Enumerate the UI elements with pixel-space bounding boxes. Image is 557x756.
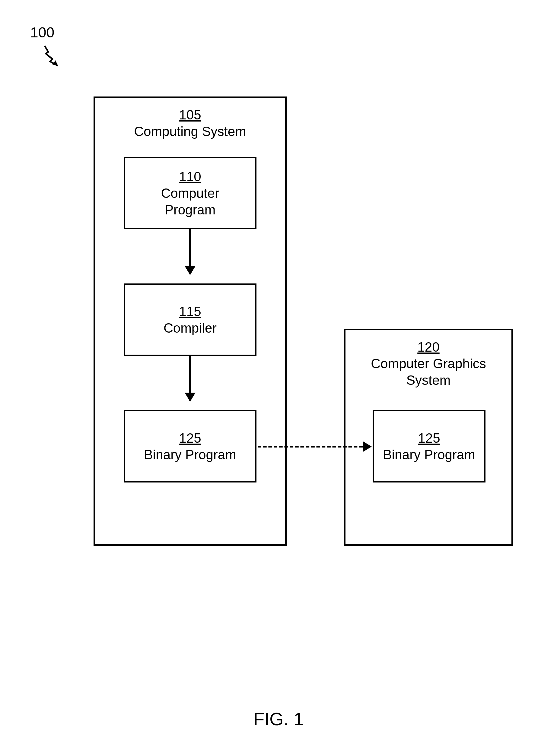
dashed-arrow-binary-transfer <box>258 446 363 447</box>
graphics-system-label-line2: System <box>406 372 451 388</box>
computing-system-label: Computing System <box>134 123 246 139</box>
compiler-box: 115 Compiler <box>124 283 257 356</box>
compiler-number: 115 <box>179 303 201 320</box>
computer-program-label-line1: Computer <box>161 185 219 201</box>
binary-program-left-box: 125 Binary Program <box>124 410 257 482</box>
computing-system-number: 105 <box>179 106 201 123</box>
binary-program-right-number: 125 <box>418 430 440 446</box>
compiler-label: Compiler <box>164 320 217 336</box>
computer-program-box: 110 Computer Program <box>124 157 257 229</box>
arrow-compiler-to-binary <box>189 356 191 401</box>
binary-program-right-label: Binary Program <box>383 446 475 463</box>
diagram-page: 100 105 Computing System 120 Computer Gr… <box>0 0 557 756</box>
binary-program-left-number: 125 <box>179 430 201 446</box>
graphics-system-label-line1: Computer Graphics <box>371 355 486 372</box>
computing-system-heading: 105 Computing System <box>95 106 285 139</box>
figure-caption: FIG. 1 <box>0 708 557 729</box>
binary-program-right-box: 125 Binary Program <box>373 410 486 482</box>
binary-program-left-label: Binary Program <box>144 446 236 463</box>
computer-program-number: 110 <box>179 168 201 185</box>
dashed-arrowhead-icon <box>363 441 372 452</box>
reference-arrow-icon <box>43 44 65 69</box>
graphics-system-heading: 120 Computer Graphics System <box>346 339 511 388</box>
arrow-program-to-compiler <box>189 229 191 275</box>
computer-program-label-line2: Program <box>165 201 216 218</box>
figure-reference-label: 100 <box>30 24 54 41</box>
graphics-system-number: 120 <box>417 339 439 355</box>
